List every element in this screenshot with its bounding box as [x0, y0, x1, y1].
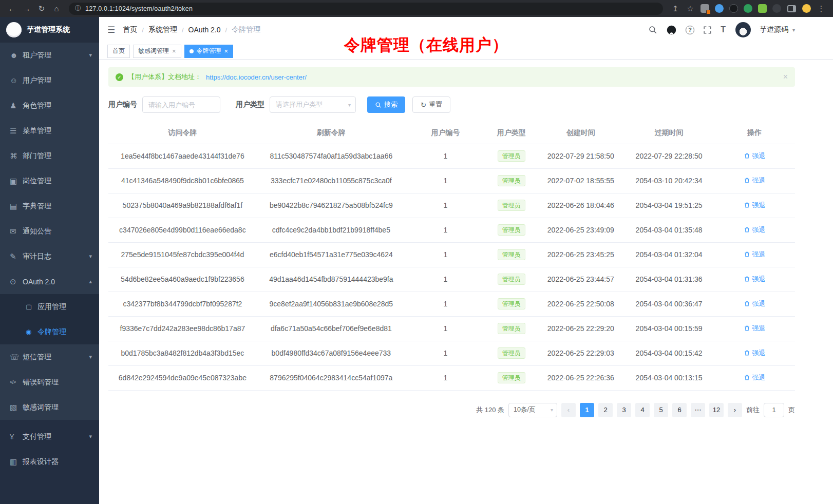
page-button-3[interactable]: 3 — [617, 403, 631, 417]
sidebar-item-sensitive-word[interactable]: ▧ 敏感词管理 — [0, 395, 99, 420]
extension-icon-blue[interactable] — [715, 4, 724, 13]
caret-down-icon[interactable]: ▾ — [792, 27, 795, 33]
app-logo[interactable]: 芋道管理系统 — [0, 17, 99, 43]
site-info-icon[interactable]: ⓘ — [75, 4, 81, 13]
sidebar-item-pay[interactable]: ¥ 支付管理 ▾ — [0, 424, 99, 449]
prev-page-button[interactable]: ‹ — [561, 403, 576, 417]
tab-sensitive-word[interactable]: 敏感词管理 × — [133, 45, 181, 58]
sidebar-item-dept[interactable]: ⌘ 部门管理 — [0, 143, 99, 168]
reload-icon[interactable]: ↻ — [35, 2, 48, 15]
alert-close-icon[interactable]: × — [783, 72, 788, 82]
force-logout-button[interactable]: 强退 — [744, 324, 766, 333]
tab-token[interactable]: 令牌管理 × — [184, 45, 234, 58]
sidebar-item-role[interactable]: ♟ 角色管理 — [0, 93, 99, 118]
force-logout-button[interactable]: 强退 — [744, 176, 766, 185]
sidebar-subitem-token[interactable]: ◉ 令牌管理 — [0, 319, 99, 344]
profile-avatar[interactable] — [802, 4, 811, 13]
refresh-token-cell: 811c530487574fa0af1a59d3abc1aa66 — [257, 144, 406, 168]
sidebar-item-dict[interactable]: ▤ 字典管理 — [0, 193, 99, 219]
next-page-button[interactable]: › — [728, 403, 742, 417]
created-time-cell: 2022-06-25 22:26:36 — [538, 365, 624, 390]
share-icon[interactable]: ↥ — [669, 2, 682, 15]
user-type-select[interactable]: 请选择用户类型 ▾ — [270, 96, 356, 113]
user-id-input[interactable] — [142, 96, 220, 113]
delete-icon — [744, 300, 750, 307]
more-pages-button[interactable]: ⋯ — [691, 403, 705, 417]
expire-time-cell: 2022-07-29 22:28:50 — [624, 144, 714, 168]
force-logout-button[interactable]: 强退 — [744, 373, 766, 382]
bookmark-star-icon[interactable]: ☆ — [684, 2, 697, 15]
force-logout-button[interactable]: 强退 — [744, 348, 766, 358]
sidebar-item-oauth[interactable]: ⊙ OAuth 2.0 ▴ — [0, 269, 99, 294]
sidebar-item-audit-log[interactable]: ✎ 审计日志 ▾ — [0, 244, 99, 269]
sidebar-item-menu[interactable]: ☰ 菜单管理 — [0, 118, 99, 143]
col-user-id: 用户编号 — [406, 123, 485, 144]
menu-kebab-icon[interactable]: ⋮ — [815, 2, 828, 15]
sidebar-item-error-code[interactable]: </> 错误码管理 — [0, 370, 99, 395]
page-button-2[interactable]: 2 — [598, 403, 613, 417]
puzzle-extension-icon[interactable] — [758, 4, 767, 13]
tab-close-icon[interactable]: × — [224, 48, 229, 54]
doc-link[interactable]: https://doc.iocoder.cn/user-center/ — [206, 73, 307, 81]
reset-button[interactable]: ↻ 重置 — [412, 96, 450, 113]
sidebar-item-sms[interactable]: ☏ 短信管理 ▾ — [0, 344, 99, 370]
force-logout-button[interactable]: 强退 — [744, 201, 766, 210]
sidebar-item-tenant[interactable]: ☻ 租户管理 ▾ — [0, 43, 99, 68]
user-avatar[interactable] — [735, 22, 751, 37]
page-button-1[interactable]: 1 — [580, 403, 594, 417]
sidebar-item-post[interactable]: ▣ 岗位管理 — [0, 168, 99, 193]
sidebar-item-user[interactable]: ☺ 用户管理 — [0, 68, 99, 93]
search-icon[interactable] — [648, 25, 657, 34]
user-name[interactable]: 芋道源码 — [760, 25, 788, 34]
extension-icon-green[interactable] — [744, 4, 752, 13]
address-bar[interactable]: ⓘ 127.0.0.1:1024/system/oauth2/token — [69, 3, 663, 15]
sidebar-subitem-app[interactable]: ▢ 应用管理 — [0, 294, 99, 319]
fullscreen-icon[interactable] — [703, 26, 712, 34]
page-size-select[interactable]: 10条/页 ▾ — [508, 403, 557, 417]
sidebar-item-label: OAuth 2.0 — [23, 278, 89, 286]
oauth-icon: ⊙ — [10, 277, 23, 286]
sidebar-item-notice[interactable]: ✉ 通知公告 — [0, 219, 99, 244]
expire-time-cell: 2054-03-04 01:32:04 — [624, 242, 714, 267]
page-button-6[interactable]: 6 — [672, 403, 687, 417]
sidebar-item-report-designer[interactable]: ▥ 报表设计器 — [0, 449, 99, 474]
page-button-5[interactable]: 5 — [654, 403, 668, 417]
extension-icon-badged[interactable] — [701, 4, 709, 13]
action-cell: 强退 — [714, 242, 795, 267]
tab-close-icon[interactable]: × — [172, 48, 176, 54]
tag-tabs-bar: 首页 敏感词管理 × 令牌管理 × — [99, 43, 833, 60]
sidebar-item-label: 通知公告 — [23, 227, 92, 236]
force-logout-button[interactable]: 强退 — [744, 225, 766, 235]
goto-page-input[interactable] — [764, 403, 784, 417]
sidebar-item-label: 敏感词管理 — [23, 403, 92, 412]
breadcrumb-item[interactable]: 系统管理 — [148, 25, 177, 34]
force-logout-button[interactable]: 强退 — [744, 250, 766, 259]
tab-home[interactable]: 首页 — [107, 45, 130, 58]
forward-icon[interactable]: → — [20, 2, 33, 15]
paw-extension-icon[interactable] — [772, 4, 781, 13]
user-id-cell: 1 — [406, 292, 485, 316]
home-icon[interactable]: ⌂ — [50, 2, 63, 15]
search-button[interactable]: 搜索 — [367, 96, 405, 113]
side-panel-icon[interactable] — [787, 5, 796, 12]
github-icon[interactable] — [666, 25, 677, 35]
help-icon[interactable]: ? — [686, 26, 694, 34]
table-row: 275e5de9151045fe87cbdc395e004f4d e6cfd40… — [108, 242, 795, 267]
font-size-icon[interactable]: T — [721, 25, 726, 34]
breadcrumb-item[interactable]: 首页 — [123, 25, 137, 34]
force-logout-button[interactable]: 强退 — [744, 151, 766, 161]
page-button-4[interactable]: 4 — [635, 403, 650, 417]
access-token-cell: 1ea5e44f8bc1467aaede43144f31de76 — [108, 144, 257, 168]
error-code-icon: </> — [10, 379, 23, 385]
breadcrumb-item[interactable]: OAuth 2.0 — [188, 26, 221, 34]
sidebar-toggle-icon[interactable]: ☰ — [107, 25, 115, 35]
extension-icon-dark[interactable] — [729, 4, 738, 13]
force-logout-button[interactable]: 强退 — [744, 275, 766, 284]
action-cell: 强退 — [714, 144, 795, 168]
table-header-row: 访问令牌 刷新令牌 用户编号 用户类型 创建时间 过期时间 操作 — [108, 123, 795, 144]
sms-icon: ☏ — [10, 353, 23, 362]
back-icon[interactable]: ← — [5, 2, 18, 15]
user-type-cell: 管理员 — [485, 144, 538, 168]
page-button-12[interactable]: 12 — [709, 403, 724, 417]
force-logout-button[interactable]: 强退 — [744, 299, 766, 308]
